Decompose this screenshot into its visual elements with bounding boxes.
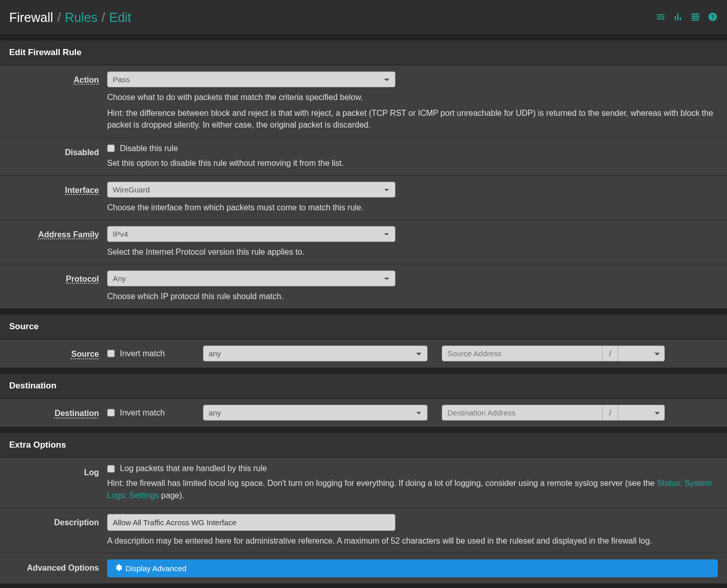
log-checkbox[interactable] — [107, 465, 115, 473]
help-icon[interactable]: ? — [708, 12, 718, 23]
panel-edit-firewall-rule: Edit Firewall Rule Action Pass Choose wh… — [0, 40, 727, 309]
sliders-icon[interactable] — [656, 12, 666, 23]
help-protocol: Choose which IP protocol this rule shoul… — [107, 290, 718, 302]
label-disabled: Disabled — [65, 148, 99, 157]
breadcrumb-root: Firewall — [9, 10, 53, 25]
destination-address-group: / — [442, 405, 665, 421]
source-invert-label: Invert match — [120, 349, 165, 358]
help-action-2: Hint: the difference between block and r… — [107, 107, 718, 131]
source-invert-wrap[interactable]: Invert match — [107, 349, 189, 358]
address-family-select[interactable]: IPv4 — [107, 226, 395, 242]
panel-destination: Destination Destination Invert match any… — [0, 373, 727, 427]
help-log-pre: Hint: the firewall has limited local log… — [107, 479, 657, 487]
log-checkbox-wrap[interactable]: Log packets that are handled by this rul… — [107, 464, 718, 473]
help-disabled: Set this option to disable this rule wit… — [107, 157, 718, 169]
destination-invert-checkbox[interactable] — [107, 409, 115, 416]
row-description: Description A description may be entered… — [0, 508, 727, 553]
help-interface: Choose the interface from which packets … — [107, 202, 718, 213]
slash-label: / — [603, 346, 618, 361]
source-invert-checkbox[interactable] — [107, 350, 115, 357]
gear-icon — [114, 564, 122, 573]
panel-heading-source: Source — [0, 314, 727, 339]
row-advanced: Advanced Options Display Advanced — [0, 553, 727, 583]
panel-source: Source Source Invert match any / — [0, 314, 727, 368]
row-disabled: Disabled Disable this rule Set this opti… — [0, 138, 727, 176]
label-description: Description — [54, 518, 99, 527]
toolbar-icons: ? — [656, 12, 718, 23]
protocol-select[interactable]: Any — [107, 271, 395, 286]
row-destination: Destination Invert match any / — [0, 399, 727, 427]
label-address-family: Address Family — [38, 230, 99, 239]
action-select[interactable]: Pass — [107, 71, 395, 87]
log-checkbox-label: Log packets that are handled by this rul… — [120, 464, 267, 473]
label-log: Log — [84, 468, 99, 477]
breadcrumb: Firewall / Rules / Edit — [9, 10, 131, 25]
row-source: Source Invert match any / — [0, 339, 727, 368]
svg-text:?: ? — [711, 13, 714, 20]
label-action: Action — [73, 76, 99, 84]
label-source: Source — [71, 350, 99, 358]
source-mask-select[interactable] — [618, 346, 665, 361]
source-type-select[interactable]: any — [203, 346, 428, 361]
disabled-checkbox-label: Disable this rule — [120, 144, 178, 153]
label-advanced: Advanced Options — [27, 564, 99, 572]
panel-extra-options: Extra Options Log Log packets that are h… — [0, 432, 727, 583]
disabled-checkbox-wrap[interactable]: Disable this rule — [107, 144, 718, 153]
label-interface: Interface — [65, 186, 99, 194]
source-address-group: / — [442, 346, 665, 361]
list-icon[interactable] — [690, 12, 700, 23]
display-advanced-label: Display Advanced — [126, 564, 186, 573]
row-interface: Interface WireGuard Choose the interface… — [0, 176, 727, 220]
breadcrumb-current: Edit — [109, 10, 131, 25]
slash-label: / — [603, 405, 618, 421]
display-advanced-button[interactable]: Display Advanced — [107, 559, 718, 577]
label-destination: Destination — [55, 409, 99, 418]
destination-invert-wrap[interactable]: Invert match — [107, 408, 189, 418]
panel-heading-edit: Edit Firewall Rule — [0, 40, 727, 65]
panel-heading-destination: Destination — [0, 373, 727, 399]
breadcrumb-link-rules[interactable]: Rules — [65, 10, 97, 25]
destination-address-input[interactable] — [442, 405, 603, 421]
source-address-input[interactable] — [442, 346, 603, 361]
breadcrumb-separator: / — [102, 10, 105, 25]
help-action-1: Choose what to do with packets that matc… — [107, 91, 718, 103]
row-log: Log Log packets that are handled by this… — [0, 458, 727, 507]
help-description: A description may be entered here for ad… — [107, 535, 718, 547]
panel-heading-extra: Extra Options — [0, 432, 727, 458]
help-log-post: page). — [159, 491, 184, 500]
interface-select[interactable]: WireGuard — [107, 182, 395, 198]
row-protocol: Protocol Any Choose which IP protocol th… — [0, 264, 727, 309]
breadcrumb-separator: / — [57, 10, 61, 25]
destination-invert-label: Invert match — [120, 408, 165, 418]
help-address-family: Select the Internet Protocol version thi… — [107, 246, 718, 258]
destination-type-select[interactable]: any — [203, 405, 428, 421]
disabled-checkbox[interactable] — [107, 144, 115, 152]
destination-mask-select[interactable] — [618, 405, 665, 421]
row-action: Action Pass Choose what to do with packe… — [0, 65, 727, 138]
label-protocol: Protocol — [66, 275, 99, 283]
row-address-family: Address Family IPv4 Select the Internet … — [0, 220, 727, 264]
description-input[interactable] — [107, 514, 395, 531]
breadcrumb-bar: Firewall / Rules / Edit ? — [0, 0, 727, 35]
bar-chart-icon[interactable] — [673, 12, 683, 23]
help-log: Hint: the firewall has limited local log… — [107, 477, 718, 501]
